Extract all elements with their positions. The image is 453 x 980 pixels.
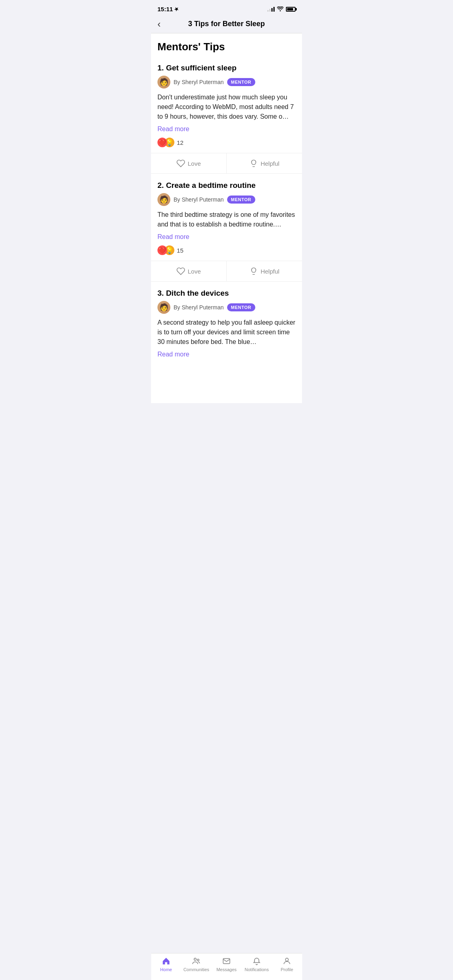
tip-3-read-more[interactable]: Read more: [157, 351, 296, 358]
helpful-label: Helpful: [261, 160, 279, 167]
love-label: Love: [188, 160, 201, 167]
tip-1-title: 1. Get sufficient sleep: [157, 64, 296, 72]
tip-3-author-row: 🧑 By Sheryl Puterman MENTOR: [157, 301, 296, 314]
tip-2-avatar: 🧑: [157, 193, 170, 206]
back-button[interactable]: ‹: [157, 19, 161, 30]
tip-2-love-button[interactable]: Love: [151, 261, 227, 281]
tip-2-badge: MENTOR: [227, 196, 255, 204]
tip-1-body: Don't underestimate just how much sleep …: [157, 93, 296, 121]
signal-icon: [267, 7, 275, 12]
heart-icon: [176, 159, 185, 168]
lightbulb-icon-2: [249, 267, 258, 276]
tip-2-reactions: ❤️ 💡 15: [157, 245, 296, 255]
tip-2-action-bar: Love Helpful: [151, 261, 302, 282]
status-icons: [267, 6, 296, 12]
tip-3-body: A second strategy to help you fall aslee…: [157, 318, 296, 347]
battery-icon: [286, 7, 296, 12]
tip-3-author: By Sheryl Puterman: [174, 304, 224, 311]
tip-2-helpful-button[interactable]: Helpful: [227, 261, 302, 281]
tip-1-action-bar: Love Helpful: [151, 153, 302, 174]
main-content: Mentors' Tips 1. Get sufficient sleep 🧑 …: [151, 33, 302, 403]
status-bar: 15:11: [151, 0, 302, 16]
tip-1-author-row: 🧑 By Sheryl Puterman MENTOR: [157, 76, 296, 89]
location-icon: [174, 7, 179, 11]
lightbulb-icon: [249, 159, 258, 168]
tip-3-title: 3. Ditch the devices: [157, 289, 296, 298]
tip-2-title: 2. Create a bedtime routine: [157, 181, 296, 190]
tip-1-love-button[interactable]: Love: [151, 153, 227, 173]
love-label-2: Love: [188, 268, 201, 275]
tip-item-2: 2. Create a bedtime routine 🧑 By Sheryl …: [151, 175, 302, 255]
tip-1-reactions: ❤️ 💡 12: [157, 138, 296, 147]
tip-1-count: 12: [177, 139, 184, 146]
status-time: 15:11: [157, 6, 179, 12]
tip-1-author: By Sheryl Puterman: [174, 79, 224, 85]
tip-1-badge: MENTOR: [227, 78, 255, 86]
tip-2-body: The third bedtime strategy is one of my …: [157, 210, 296, 229]
tip-1-helpful-button[interactable]: Helpful: [227, 153, 302, 173]
tip-3-avatar: 🧑: [157, 301, 170, 314]
tip-2-author: By Sheryl Puterman: [174, 196, 224, 203]
heart-reaction-icon: ❤️: [157, 138, 167, 147]
tip-2-read-more[interactable]: Read more: [157, 233, 296, 241]
tip-2-count: 15: [177, 247, 184, 254]
helpful-label-2: Helpful: [261, 268, 279, 275]
wifi-icon: [277, 6, 283, 12]
nav-header: ‹ 3 Tips for Better Sleep: [151, 16, 302, 33]
tip-item-1: 1. Get sufficient sleep 🧑 By Sheryl Pute…: [151, 58, 302, 147]
section-title: Mentors' Tips: [151, 33, 302, 58]
heart-icon-2: [176, 267, 185, 276]
tip-2-author-row: 🧑 By Sheryl Puterman MENTOR: [157, 193, 296, 206]
heart-reaction-2-icon: ❤️: [157, 245, 167, 255]
tip-1-read-more[interactable]: Read more: [157, 126, 296, 133]
tip-3-badge: MENTOR: [227, 303, 255, 311]
page-title: 3 Tips for Better Sleep: [188, 20, 265, 28]
tip-1-avatar: 🧑: [157, 76, 170, 89]
tip-item-3: 3. Ditch the devices 🧑 By Sheryl Puterma…: [151, 283, 302, 358]
